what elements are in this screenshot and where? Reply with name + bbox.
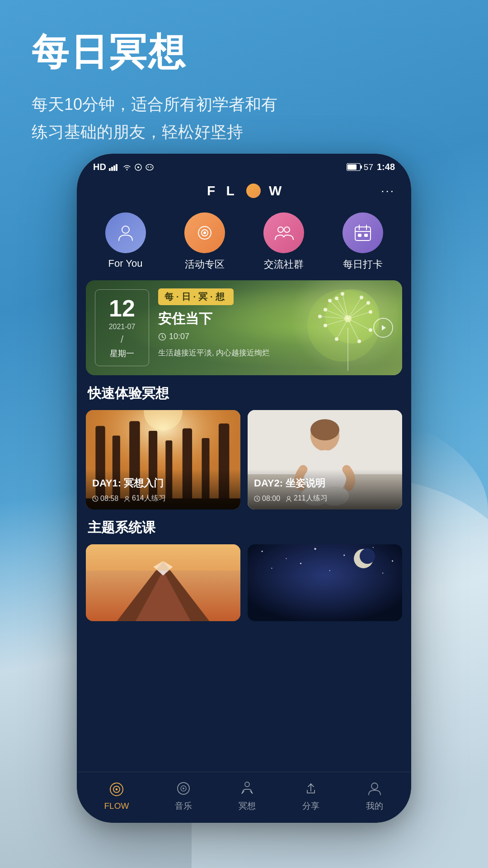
night-scene bbox=[248, 544, 402, 621]
svg-line-54 bbox=[162, 337, 164, 338]
header-area: 每日冥想 每天10分钟，适合所有初学者和有 练习基础的朋友，轻松好坚持 bbox=[32, 32, 277, 146]
bottom-nav-meditation-label: 冥想 bbox=[239, 800, 256, 812]
theme-cards-section bbox=[77, 544, 411, 626]
mine-nav-icon bbox=[366, 779, 384, 797]
svg-point-17 bbox=[284, 227, 290, 232]
meditation-nav-icon bbox=[238, 779, 256, 797]
nav-item-activity[interactable]: 活动专区 bbox=[184, 212, 225, 271]
activity-icon-circle bbox=[184, 212, 225, 253]
meditation-person-icon bbox=[239, 780, 255, 797]
battery-shape bbox=[347, 163, 362, 171]
svg-line-82 bbox=[257, 499, 258, 499]
share-icon bbox=[303, 780, 319, 797]
bottom-nav-flow[interactable]: FLOW bbox=[104, 780, 129, 811]
wechat-icon bbox=[145, 163, 154, 172]
bottom-nav-music[interactable]: 音乐 bbox=[174, 779, 192, 812]
svg-point-112 bbox=[371, 783, 378, 789]
status-left: HD bbox=[93, 162, 154, 172]
daily-date-box: 12 2021-07 / 星期一 bbox=[95, 289, 149, 366]
svg-point-16 bbox=[278, 227, 283, 232]
quick-nav: For You 活动专区 bbox=[77, 208, 411, 280]
person-small2-icon bbox=[286, 495, 292, 502]
bottom-nav-mine-label: 我的 bbox=[366, 800, 383, 812]
battery-icon: 57 bbox=[347, 162, 373, 172]
bottom-nav-meditation[interactable]: 冥想 bbox=[238, 779, 256, 812]
quick-meditation-title: 快速体验冥想 bbox=[77, 384, 411, 410]
svg-line-70 bbox=[95, 499, 97, 499]
theme-card-night[interactable] bbox=[248, 544, 402, 621]
svg-rect-3 bbox=[116, 164, 117, 171]
music-nav-icon bbox=[174, 779, 192, 797]
clock-icon bbox=[158, 333, 166, 341]
svg-point-12 bbox=[122, 226, 129, 233]
med-card-day1[interactable]: DAY1: 冥想入门 08:58 bbox=[86, 410, 240, 509]
med-card-day2[interactable]: DAY2: 坐姿说明 08:00 bbox=[248, 410, 402, 509]
nav-label-checkin: 每日打卡 bbox=[343, 258, 383, 271]
app-header: F L W ··· bbox=[77, 176, 411, 208]
svg-rect-23 bbox=[365, 234, 367, 236]
flow-icon bbox=[108, 781, 125, 797]
svg-rect-22 bbox=[358, 234, 361, 236]
more-button[interactable]: ··· bbox=[381, 184, 395, 198]
svg-rect-1 bbox=[111, 167, 113, 171]
svg-point-8 bbox=[150, 166, 151, 167]
flow-nav-icon bbox=[108, 780, 126, 798]
status-signal: HD bbox=[93, 162, 106, 172]
svg-point-83 bbox=[287, 496, 290, 499]
status-time: 1:48 bbox=[377, 162, 395, 172]
clock-small2-icon bbox=[254, 495, 260, 502]
play-button[interactable] bbox=[373, 318, 393, 338]
med-card-day2-time: 08:00 bbox=[254, 494, 280, 503]
music-icon bbox=[175, 780, 192, 797]
app-logo: F L W bbox=[207, 183, 285, 199]
svg-rect-89 bbox=[248, 544, 402, 621]
svg-rect-2 bbox=[113, 165, 115, 171]
date-year: 2021-07 bbox=[109, 323, 136, 331]
med-card-day1-title: DAY1: 冥想入门 bbox=[92, 476, 234, 490]
svg-rect-18 bbox=[355, 227, 371, 241]
svg-point-92 bbox=[314, 548, 316, 550]
phone-screen: HD bbox=[77, 154, 411, 823]
theme-card-mountain-bg bbox=[86, 544, 240, 621]
theme-card-mountain[interactable] bbox=[86, 544, 240, 621]
phone-frame: HD bbox=[77, 154, 411, 823]
svg-point-105 bbox=[116, 788, 117, 790]
daily-time: 10:07 bbox=[158, 332, 375, 341]
people-icon bbox=[273, 222, 294, 243]
daily-duration: 10:07 bbox=[169, 332, 189, 341]
daily-title: 安住当下 bbox=[158, 310, 375, 328]
nav-item-for-you[interactable]: For You bbox=[105, 212, 146, 271]
svg-rect-88 bbox=[86, 544, 240, 571]
svg-point-71 bbox=[126, 496, 128, 499]
quick-meditation-cards: DAY1: 冥想入门 08:58 bbox=[77, 410, 411, 519]
daily-description: 生活越接近平淡, 内心越接近绚烂 bbox=[158, 348, 375, 359]
theme-cards-row bbox=[86, 544, 402, 621]
clock-small-icon bbox=[92, 495, 99, 502]
bottom-nav-share[interactable]: 分享 bbox=[302, 779, 320, 812]
svg-point-93 bbox=[343, 555, 345, 556]
med-card-day1-users: 614人练习 bbox=[124, 494, 166, 503]
nav-item-checkin[interactable]: 每日打卡 bbox=[343, 212, 383, 271]
person-small-icon bbox=[124, 495, 130, 502]
bottom-nav: FLOW 音乐 bbox=[77, 772, 411, 823]
med-card-day1-overlay: DAY1: 冥想入门 08:58 bbox=[86, 469, 240, 509]
signal-bars-icon bbox=[109, 164, 120, 171]
bottom-nav-mine[interactable]: 我的 bbox=[366, 779, 384, 812]
svg-point-6 bbox=[146, 164, 153, 170]
community-icon-circle bbox=[263, 212, 304, 253]
location-icon bbox=[134, 163, 142, 171]
daily-meditation-card[interactable]: 12 2021-07 / 星期一 每·日·冥·想 安住当下 10:07 生活越接… bbox=[86, 280, 402, 375]
svg-point-90 bbox=[261, 551, 263, 552]
svg-rect-11 bbox=[347, 165, 357, 170]
calendar-icon bbox=[352, 222, 373, 243]
med-card-day2-overlay: DAY2: 坐姿说明 08:00 bbox=[248, 469, 402, 509]
nav-item-community[interactable]: 交流社群 bbox=[263, 212, 304, 271]
date-weekday: 星期一 bbox=[110, 348, 134, 359]
svg-point-76 bbox=[310, 419, 339, 440]
logo-o-icon bbox=[246, 184, 261, 198]
svg-rect-0 bbox=[109, 168, 111, 171]
svg-point-98 bbox=[329, 570, 330, 571]
med-card-day1-time: 08:58 bbox=[92, 494, 118, 503]
date-number: 12 bbox=[109, 297, 135, 320]
bottom-nav-flow-label: FLOW bbox=[104, 801, 129, 811]
